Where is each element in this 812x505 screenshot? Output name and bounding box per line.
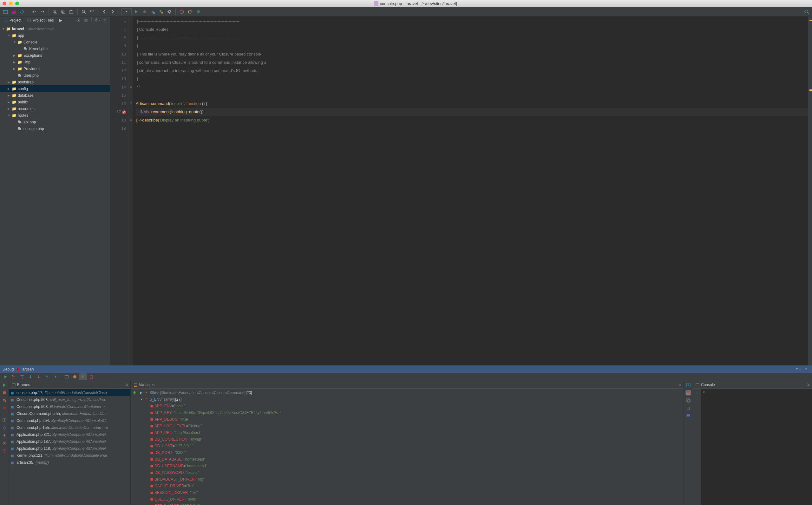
tree-item-config[interactable]: ▶📁config (0, 85, 110, 92)
maximize-window-button[interactable] (15, 2, 19, 5)
frame-row[interactable]: ▦Kernel.php:121, Illuminate\Foundation\C… (9, 452, 130, 459)
tree-item-database[interactable]: ▶📁database (0, 92, 110, 99)
tree-item-app[interactable]: ▼📁app (0, 32, 110, 39)
step-into-button[interactable] (27, 373, 34, 380)
show-execution-point-button[interactable] (10, 373, 18, 380)
toggle-watches-button[interactable] (685, 413, 691, 418)
warning-marker[interactable] (809, 20, 812, 21)
rerun-button[interactable] (2, 382, 7, 388)
editor-scrollbar[interactable] (808, 16, 812, 365)
remove-watch-button[interactable] (685, 405, 691, 411)
step-out-button[interactable] (43, 373, 51, 380)
copy-button[interactable] (60, 8, 67, 15)
run-to-cursor-button[interactable] (51, 373, 59, 380)
frame-row[interactable]: ▦Container.php:508, Illuminate\Container… (9, 403, 130, 410)
tree-item-routes[interactable]: ▼📁routes (0, 112, 110, 119)
deploy-button[interactable] (195, 8, 202, 15)
refresh-button[interactable] (18, 8, 25, 15)
run-with-coverage-button[interactable] (149, 8, 156, 15)
find-button[interactable] (80, 8, 87, 15)
tree-item-kernel-php[interactable]: 🐘Kernel.php (0, 45, 110, 52)
tree-item-http[interactable]: ▶📁Http (0, 59, 110, 65)
variable-leaf[interactable]: ▦ APP_KEY = "base64:h6qfPGqxeQIXact7zk5f… (138, 409, 683, 416)
show-watches-button[interactable] (685, 390, 691, 395)
frame-row[interactable]: ▦Application.php:821, Symfony\Component\… (9, 431, 130, 438)
variable-leaf[interactable]: ▦ CACHE_DRIVER = "file" (138, 483, 683, 489)
watches-button[interactable] (71, 373, 79, 380)
tree-item-console-php[interactable]: 🐘console.php (0, 125, 110, 132)
open-button[interactable] (2, 8, 9, 15)
variable-leaf[interactable]: ▦ DB_PORT = "3306" (138, 449, 683, 456)
minimize-window-button[interactable] (9, 2, 13, 5)
evaluate-expression-button[interactable] (63, 373, 70, 380)
variable-leaf[interactable]: ▦ DB_CONNECTION = "mysql" (138, 436, 683, 443)
variable-row[interactable]: ▼≡ $_ENV = {array} [27] (138, 396, 683, 402)
step-over-button[interactable] (18, 373, 26, 380)
frames-restore-button[interactable]: ⇲ (125, 383, 128, 386)
resume-button[interactable] (2, 373, 9, 380)
copy-value-button[interactable] (685, 397, 691, 403)
project-tree[interactable]: ▼ 📁 laravel ~/dev/sites/laravel ▼📁app▼📁C… (0, 24, 110, 365)
variables-tree[interactable]: ▶≡ $this = {Illuminate\Foundation\Consol… (138, 388, 683, 505)
frame-row[interactable]: ▦Application.php:118, Symfony\Component\… (9, 445, 130, 452)
variable-leaf[interactable]: ▦ BROADCAST_DRIVER = "log" (138, 476, 683, 483)
breakpoints-button[interactable] (2, 397, 7, 403)
tree-root[interactable]: ▼ 📁 laravel ~/dev/sites/laravel (0, 25, 110, 32)
collapse-all-button[interactable] (82, 17, 89, 24)
frames-list[interactable]: ▦console.php:17, Illuminate\Foundation\C… (9, 388, 130, 505)
paste-button[interactable] (68, 8, 75, 15)
variable-leaf[interactable]: ▦ APP_ENV = "local" (138, 402, 683, 409)
sort-variables-button[interactable] (79, 373, 87, 380)
variable-leaf[interactable]: ▦ DB_PASSWORD = "secret" (138, 469, 683, 476)
clear-button[interactable] (87, 373, 95, 380)
frame-row[interactable]: ▦ClosureCommand.php:55, Illuminate\Found… (9, 410, 130, 417)
frame-row[interactable]: ▦Container.php:508, call_user_func_array… (9, 396, 130, 403)
tree-item-console[interactable]: ▼📁Console (0, 39, 110, 45)
sidebar-settings-button[interactable]: ▾ (93, 17, 100, 24)
debug-settings-button[interactable]: ▾ (794, 366, 801, 373)
variable-leaf[interactable]: ▦ APP_DEBUG = "true" (138, 416, 683, 423)
save-button[interactable] (10, 8, 17, 15)
frame-row[interactable]: ▦Command.php:155, Illuminate\Console\Com… (9, 424, 130, 431)
cut-button[interactable] (51, 8, 58, 15)
variable-leaf[interactable]: ▦ SESSION_DRIVER = "file" (138, 489, 683, 496)
variable-leaf[interactable]: ▦ APP_LOG_LEVEL = "debug" (138, 423, 683, 429)
back-button[interactable] (101, 8, 108, 15)
tab-project-files[interactable]: Project Files (25, 17, 55, 23)
scroll-from-source-button[interactable] (75, 17, 82, 24)
variable-leaf[interactable]: ▦ REDIS_HOST = "127.0.0.1" (138, 502, 683, 505)
pin-button[interactable] (2, 433, 7, 439)
frame-row[interactable]: ▦Command.php:254, Symfony\Component\Cons… (9, 417, 130, 424)
forward-button[interactable] (109, 8, 116, 15)
tree-item-exceptions[interactable]: ▶📁Exceptions (0, 52, 110, 59)
variable-row[interactable]: ▶≡ $this = {Illuminate\Foundation\Consol… (138, 389, 683, 396)
attach-debugger-button[interactable] (158, 8, 165, 15)
stop-button[interactable] (2, 390, 7, 395)
line-gutter[interactable]: 67891011121314151617 ✓1819 (111, 16, 129, 365)
close-debug-button[interactable] (2, 440, 7, 446)
next-frame-button[interactable]: ↓ (122, 382, 124, 387)
close-window-button[interactable] (3, 2, 6, 5)
fold-gutter[interactable]: ⊟⊟⊟ (129, 16, 133, 365)
help-button[interactable]: ? (178, 8, 185, 15)
console-restore-button[interactable]: ⇲ (807, 383, 809, 386)
debug-button[interactable] (141, 8, 148, 15)
debug-hide-button[interactable] (803, 366, 809, 373)
redo-button[interactable] (39, 8, 46, 15)
variable-leaf[interactable]: ▦ APP_URL = "http://localhost" (138, 429, 683, 436)
frame-row[interactable]: ▦console.php:17, Illuminate\Foundation\C… (9, 389, 130, 396)
variables-restore-button[interactable]: ⇲ (678, 383, 681, 386)
frame-row[interactable]: ▦artisan:35, {main}() (9, 459, 130, 466)
code-editor[interactable]: 67891011121314151617 ✓1819 ⊟⊟⊟ |--------… (111, 16, 812, 365)
run-button[interactable] (133, 8, 140, 15)
layout-button[interactable] (2, 417, 7, 423)
undo-button[interactable] (31, 8, 38, 15)
mute-breakpoints-button[interactable] (2, 405, 7, 411)
hide-sidebar-button[interactable] (101, 17, 108, 24)
replace-button[interactable] (88, 8, 95, 15)
add-watch-button[interactable] (132, 390, 137, 395)
settings-button[interactable] (166, 8, 173, 15)
console-output[interactable]: > (701, 388, 812, 505)
prev-frame-button[interactable]: ↑ (119, 382, 121, 387)
variable-leaf[interactable]: ▦ QUEUE_DRIVER = "sync" (138, 496, 683, 502)
